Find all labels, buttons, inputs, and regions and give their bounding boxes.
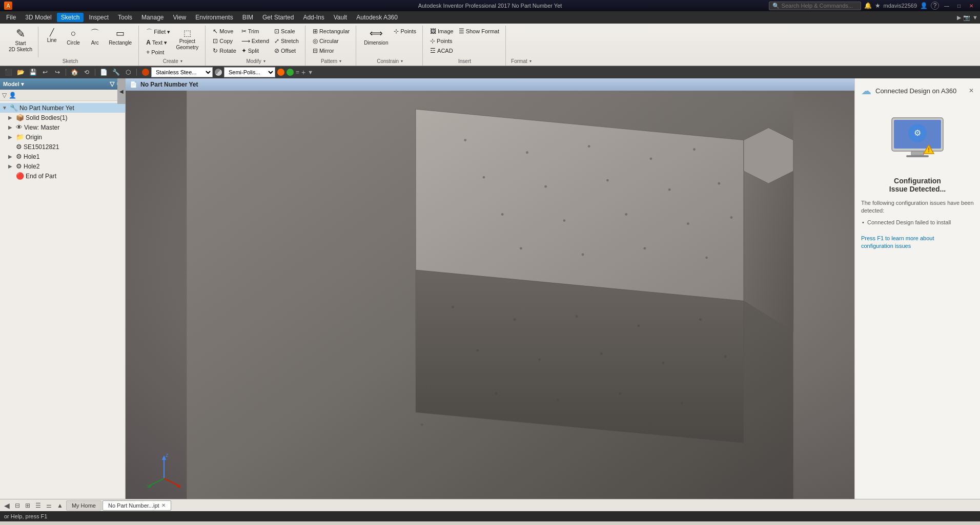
create-expand-icon[interactable]: ▾ <box>180 59 182 64</box>
ribbon-btn-fillet[interactable]: ⌒ Fillet ▾ <box>144 27 172 37</box>
help-icon[interactable]: ? <box>931 2 939 10</box>
ribbon-btn-rectangle[interactable]: ▭ Rectangle <box>106 27 134 48</box>
search-bar[interactable]: 🔍 <box>769 2 861 10</box>
menu-sketch[interactable]: Sketch <box>57 13 84 22</box>
tab-icon-grid1[interactable]: ⊟ <box>13 502 22 509</box>
menu-inspect[interactable]: Inspect <box>85 13 113 22</box>
tree-item-hole1[interactable]: ▶ ⚙ Hole1 <box>0 152 125 161</box>
viewport-canvas[interactable]: Z X Y <box>126 91 854 499</box>
tree-item-se15012821[interactable]: ⚙ SE15012821 <box>0 142 125 152</box>
qa-properties[interactable]: 📄 <box>98 68 109 77</box>
tab-my-home[interactable]: My Home <box>66 500 101 511</box>
tab-icon-up[interactable]: ▲ <box>55 502 65 509</box>
qa-open[interactable]: 📂 <box>15 68 26 77</box>
qa-save[interactable]: 💾 <box>28 68 38 77</box>
ribbon-btn-start-2d-sketch[interactable]: ✎ Start2D Sketch <box>6 27 35 54</box>
qa-orbit[interactable]: ⟲ <box>81 68 92 77</box>
menu-manage[interactable]: Manage <box>137 13 168 22</box>
pattern-expand-icon[interactable]: ▾ <box>339 59 341 64</box>
notifications-icon[interactable]: 🔔 <box>864 2 872 9</box>
ribbon-btn-point[interactable]: + Point <box>144 48 172 57</box>
menu-bim[interactable]: BIM <box>238 13 257 22</box>
menu-get-started[interactable]: Get Started <box>258 13 298 22</box>
user-icon[interactable]: 👤 <box>920 2 928 9</box>
ribbon-btn-trim[interactable]: ✂ Trim <box>239 27 271 36</box>
menu-view[interactable]: View <box>169 13 190 22</box>
ribbon-btn-rectangular[interactable]: ⊞ Rectangular <box>311 27 352 36</box>
qa-hex[interactable]: ⬡ <box>123 68 133 77</box>
expand-solid[interactable]: ▶ <box>8 115 14 120</box>
dropdown-icon[interactable]: ▼ <box>972 14 978 20</box>
ribbon-btn-line[interactable]: ╱ Line <box>42 27 62 45</box>
tab-icon-grid2[interactable]: ⊞ <box>23 502 32 509</box>
tab-nav-left[interactable]: ◀ <box>2 501 12 510</box>
expand-hole2[interactable]: ▶ <box>8 163 14 169</box>
minimize-button[interactable]: — <box>942 2 951 10</box>
menu-tools[interactable]: Tools <box>114 13 136 22</box>
favorites-icon[interactable]: ★ <box>875 2 881 9</box>
right-panel-close-icon[interactable]: ✕ <box>969 87 974 94</box>
filter-all-icon[interactable]: ▽ <box>2 92 7 99</box>
ribbon-btn-acad[interactable]: ☲ ACAD <box>428 46 456 55</box>
expand-view[interactable]: ▶ <box>8 124 14 130</box>
close-tab-icon[interactable]: ✕ <box>161 502 166 508</box>
ribbon-btn-mirror[interactable]: ⊟ Mirror <box>311 46 352 55</box>
menu-environments[interactable]: Environments <box>191 13 237 22</box>
color-btn-orange[interactable] <box>277 69 284 76</box>
ribbon-btn-scale[interactable]: ⊡ Scale <box>272 27 301 36</box>
ribbon-btn-copy[interactable]: ⊡ Copy <box>211 36 238 46</box>
finish-dropdown[interactable]: Semi-Polis... <box>224 67 275 77</box>
tree-item-end-of-part[interactable]: 🔴 End of Part <box>0 171 125 181</box>
ribbon-btn-arc[interactable]: ⌒ Arc <box>85 27 105 48</box>
color-btn-green[interactable] <box>287 69 294 76</box>
tree-item-origin[interactable]: ▶ 📁 Origin <box>0 132 125 142</box>
tree-item-view-master[interactable]: ▶ 👁 View: Master <box>0 122 125 132</box>
modify-expand-icon[interactable]: ▾ <box>263 59 266 64</box>
filter-icon[interactable]: ▽ <box>110 80 114 88</box>
ribbon-btn-constrain-points[interactable]: ⊹ Points <box>392 27 418 36</box>
ribbon-btn-extend[interactable]: ⟶ Extend <box>239 36 271 46</box>
ribbon-btn-circular[interactable]: ◎ Circular <box>311 36 352 46</box>
ribbon-btn-circle[interactable]: ○ Circle <box>63 27 84 48</box>
expand-icon[interactable]: ▼ <box>308 69 313 75</box>
tree-item-root[interactable]: ▼ 🔧 No Part Number Yet <box>0 103 125 113</box>
qa-new[interactable]: ⬛ <box>3 68 13 77</box>
ribbon-btn-split[interactable]: ✦ Split <box>239 46 271 55</box>
menu-add-ins[interactable]: Add-Ins <box>299 13 328 22</box>
qa-redo[interactable]: ↪ <box>52 68 63 77</box>
tab-no-part-number[interactable]: No Part Number...ipt ✕ <box>103 500 171 511</box>
config-help-link[interactable]: Press F1 to learn more aboutconfiguratio… <box>861 235 974 250</box>
qa-settings[interactable]: 🔧 <box>111 68 121 77</box>
maximize-button[interactable]: □ <box>954 2 964 10</box>
qa-undo[interactable]: ↩ <box>40 68 50 77</box>
collapse-button[interactable]: ◀ <box>117 78 126 104</box>
qa-home[interactable]: 🏠 <box>69 68 79 77</box>
tab-icon-split[interactable]: ⚌ <box>44 502 54 509</box>
ribbon-btn-project-geometry[interactable]: ⬚ ProjectGeometry <box>173 27 201 52</box>
ribbon-btn-dimension[interactable]: ⟺ Dimension <box>361 27 391 48</box>
close-button[interactable]: ✕ <box>967 2 976 10</box>
menu-file[interactable]: File <box>2 13 20 22</box>
tree-item-hole2[interactable]: ▶ ⚙ Hole2 <box>0 161 125 171</box>
ribbon-btn-move[interactable]: ↖ Move <box>211 27 238 36</box>
constrain-expand-icon[interactable]: ▾ <box>401 59 403 64</box>
expand-hole1[interactable]: ▶ <box>8 154 14 159</box>
ribbon-btn-rotate[interactable]: ↻ Rotate <box>211 46 238 55</box>
expand-origin[interactable]: ▶ <box>8 134 14 140</box>
collapse-all-icon[interactable]: 👤 <box>9 92 16 99</box>
menu-3dmodel[interactable]: 3D Model <box>21 13 55 22</box>
tree-item-solid-bodies[interactable]: ▶ 📦 Solid Bodies(1) <box>0 113 125 122</box>
ribbon-btn-stretch[interactable]: ⤢ Stretch <box>272 36 301 46</box>
ribbon-btn-show-format[interactable]: ☰ Show Format <box>457 27 501 36</box>
ribbon-btn-text[interactable]: A Text ▾ <box>144 38 172 47</box>
material-dropdown[interactable]: Stainless Stee... <box>151 67 213 77</box>
search-input[interactable] <box>782 3 853 9</box>
menu-vault[interactable]: Vault <box>330 13 351 22</box>
ribbon-btn-offset[interactable]: ⊘ Offset <box>272 46 301 55</box>
menu-autodesk-a360[interactable]: Autodesk A360 <box>352 13 402 22</box>
format-expand-icon[interactable]: ▾ <box>529 59 532 64</box>
ribbon-btn-image[interactable]: 🖼 Image <box>428 27 456 36</box>
tab-icon-grid3[interactable]: ☰ <box>33 502 43 509</box>
plus-icon[interactable]: + <box>301 68 305 76</box>
expand-root[interactable]: ▼ <box>2 105 8 111</box>
